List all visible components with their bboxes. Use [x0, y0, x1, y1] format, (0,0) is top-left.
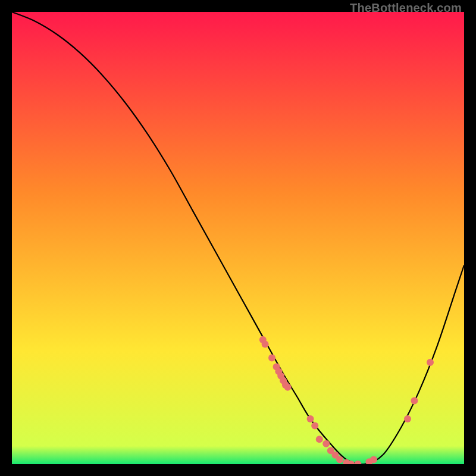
- data-point: [262, 341, 269, 348]
- data-point: [322, 440, 330, 447]
- data-point: [336, 456, 343, 463]
- data-point: [307, 415, 314, 422]
- data-point: [284, 384, 292, 391]
- data-point: [316, 436, 323, 443]
- gradient-background: [12, 12, 464, 464]
- data-point: [404, 415, 411, 422]
- data-point: [268, 354, 275, 361]
- data-point: [311, 422, 318, 429]
- data-point: [411, 397, 418, 405]
- chart-svg: [12, 12, 464, 464]
- watermark-text: TheBottleneck.com: [350, 1, 462, 15]
- chart-frame: [12, 12, 464, 464]
- data-point: [427, 359, 434, 366]
- data-point: [370, 456, 377, 463]
